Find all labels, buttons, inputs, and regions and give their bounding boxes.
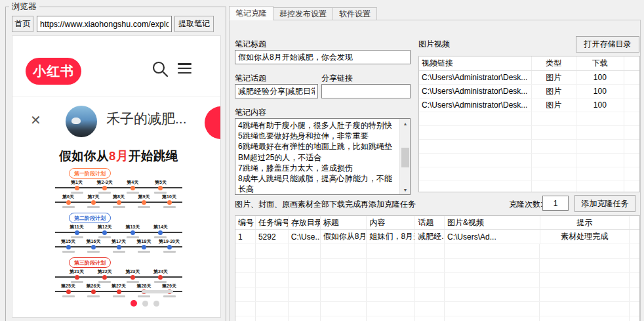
empty-table-row[interactable] — [235, 273, 639, 288]
clone-table-header: 编号 任务编号 存放目录 标题 内容 话题 图片&视频 提示 — [235, 216, 639, 230]
timeline-day: 第25天 — [56, 284, 80, 298]
pager-dot[interactable] — [153, 301, 159, 307]
clone-count-input[interactable] — [542, 196, 569, 211]
header-divider — [12, 96, 220, 96]
post-image[interactable]: 假如你从8月开始跳绳 第一阶段计划第1天第2-3天第4天第5天第6天第7天第8天… — [53, 148, 184, 298]
timeline-day: 第15天 — [56, 239, 80, 253]
pager-dot[interactable] — [142, 301, 148, 307]
embedded-browser-view: 小红书 ✕ 禾子的减肥... 假如你从8月开始跳绳 第一阶段计划第1天第2-3天… — [12, 35, 221, 318]
tab-software-settings[interactable]: 软件设置 — [332, 7, 377, 20]
timeline-day: 第8天 — [107, 194, 131, 209]
note-title-input[interactable] — [235, 50, 411, 64]
timeline-day: 第12天 — [93, 225, 117, 239]
scrollbar-thumb[interactable] — [401, 148, 409, 167]
timeline-day: 第7天 — [82, 194, 106, 209]
timeline-row: 第15天第16天第17天第18天第19-20天 — [53, 239, 184, 253]
timeline-day: 第26天 — [82, 284, 106, 298]
note-title-label: 笔记标题 — [235, 39, 266, 50]
clone-task-table: 编号 任务编号 存放目录 标题 内容 话题 图片&视频 提示 1 5292 C:… — [235, 215, 640, 321]
note-clone-tabpage: 笔记标题 笔记话题 分享链接 笔记内容 4跳绳有助于瘦小腿，很多人肚子瘦的特别快… — [229, 20, 641, 321]
stage-badge: 第三阶段计划 — [69, 257, 111, 268]
pagination-dots[interactable] — [131, 300, 159, 307]
empty-table-row[interactable] — [419, 140, 639, 154]
add-clone-task-button[interactable]: 添加克隆任务 — [574, 195, 635, 212]
col-download: 下载 — [576, 56, 625, 70]
note-topic-input[interactable] — [235, 84, 318, 98]
scroll-up-icon[interactable]: ▲ — [400, 119, 411, 128]
timeline-row: 第11天第12天第13天第14天 — [53, 225, 184, 239]
hamburger-menu-icon[interactable] — [178, 63, 191, 74]
tab-group-publish-settings[interactable]: 群控发布设置 — [273, 7, 333, 20]
empty-table-row[interactable] — [235, 316, 639, 321]
note-topic-label: 笔记话题 — [235, 73, 266, 84]
empty-table-row[interactable] — [235, 288, 639, 302]
stage-badge: 第一阶段计划 — [69, 168, 111, 179]
timeline-day: 第13天 — [121, 225, 144, 239]
timeline-day: 第21天 — [65, 269, 89, 284]
timeline-row: 第21天第22天第23天第24天 — [53, 269, 184, 284]
timeline-day: 第24天 — [149, 269, 172, 284]
timeline-row: 第6天第7天第8天第9天第10天 — [53, 194, 184, 209]
note-content-label: 笔记内容 — [235, 107, 266, 118]
timeline-day: 第19-20天 — [157, 239, 181, 253]
timeline-day: 第22天 — [93, 269, 117, 284]
timeline-day: 第4天 — [121, 180, 144, 194]
avatar[interactable] — [66, 106, 97, 137]
timeline-day: 第2-3天 — [93, 180, 117, 194]
media-row[interactable]: C:\Users\Administrator\Desk... 图片 100 — [419, 71, 639, 85]
empty-table-row[interactable] — [235, 244, 639, 259]
tab-note-clone[interactable]: 笔记克隆 — [229, 6, 273, 20]
empty-table-row[interactable] — [419, 181, 639, 192]
stage-badge: 第二阶段计划 — [69, 213, 111, 223]
timeline-day: 第16天 — [82, 239, 106, 253]
empty-table-row[interactable] — [235, 259, 639, 273]
empty-table-row[interactable] — [419, 126, 639, 140]
post-image-title: 假如你从8月开始跳绳 — [53, 148, 184, 164]
timeline-day: 第17天 — [107, 239, 131, 253]
timeline-row: 第1天第2-3天第4天第5天 — [53, 180, 184, 194]
open-storage-dir-button[interactable]: 打开存储目录 — [576, 36, 639, 53]
post-author-name[interactable]: 禾子的减肥... — [106, 110, 187, 128]
timeline-day: 第18天 — [132, 239, 156, 253]
close-icon[interactable]: ✕ — [30, 114, 41, 127]
tab-bar: 笔记克隆 群控发布设置 软件设置 — [229, 6, 376, 20]
share-link-input[interactable] — [321, 84, 411, 98]
media-row[interactable]: C:\Users\Administrator\Desk... 图片 100 — [419, 85, 639, 98]
clone-task-row[interactable]: 1 5292 C:\Use... 假如你从8月开... 姐妹们，8月开... 减… — [235, 230, 639, 244]
url-input[interactable] — [37, 16, 172, 32]
note-content-text: 4跳绳有助于瘦小腿，很多人肚子瘦的特别快 5跳绳也要做好热身和拉伸，非常重要 6… — [238, 120, 397, 193]
pager-dot-active[interactable] — [131, 300, 137, 307]
browser-group-label: 浏览器 — [9, 1, 39, 12]
timeline-day: 第27天 — [107, 284, 131, 298]
content-scrollbar[interactable]: ▲ ▼ — [399, 119, 410, 194]
timeline-day: 第5天 — [149, 180, 172, 194]
media-table-body-empty — [419, 112, 639, 192]
empty-table-row[interactable] — [235, 302, 639, 316]
timeline-day: 第14天 — [149, 225, 172, 239]
timeline-day: 第10天 — [157, 194, 181, 209]
empty-table-row[interactable] — [419, 112, 639, 126]
media-table: 视频链接 类型 下载 C:\Users\Administrator\Desk..… — [418, 56, 640, 192]
empty-table-row[interactable] — [419, 154, 639, 167]
media-section-label: 图片视频 — [418, 39, 450, 50]
col-video-link: 视频链接 — [419, 56, 532, 70]
search-icon[interactable] — [151, 60, 169, 78]
clone-hint-label: 图片、封面、原画素材全部下载完成再添加克隆任务 — [235, 199, 416, 210]
note-content-textarea[interactable]: 4跳绳有助于瘦小腿，很多人肚子瘦的特别快 5跳绳也要做好热身和拉伸，非常重要 6… — [235, 118, 411, 195]
extract-note-button[interactable]: 提取笔记 — [174, 16, 214, 32]
xiaohongshu-logo[interactable]: 小红书 — [26, 58, 81, 85]
home-button[interactable]: 首页 — [12, 16, 33, 32]
follow-button[interactable] — [205, 106, 221, 139]
timeline-day: 第1天 — [65, 180, 89, 194]
timeline-day: 第9天 — [132, 194, 156, 209]
media-row[interactable]: C:\Users\Administrator\Desk... 图片 100 — [419, 98, 639, 112]
timeline-day: 第11天 — [65, 225, 89, 239]
col-type: 类型 — [532, 56, 576, 70]
timeline-day: 第6天 — [56, 194, 80, 209]
scroll-down-icon[interactable]: ▼ — [400, 185, 411, 194]
post-stages: 第一阶段计划第1天第2-3天第4天第5天第6天第7天第8天第9天第10天第二阶段… — [53, 167, 184, 298]
empty-table-row[interactable] — [419, 167, 639, 181]
clone-table-body-empty — [235, 244, 639, 321]
clone-count-label: 克隆次数: — [509, 199, 542, 210]
post-watermark — [142, 290, 173, 293]
